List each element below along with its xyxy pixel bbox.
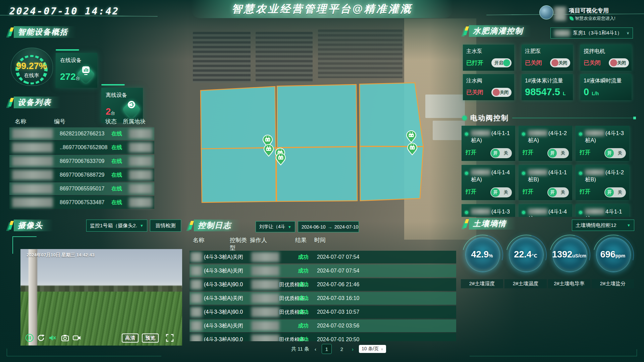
log-row[interactable]: (4斗3-3桩A) 关闭 成功 2024-07-07 07:54 [190,264,456,277]
valve-name: (4斗1-3 [491,208,510,215]
log-operator-redacted [251,321,279,331]
valve-toggle[interactable]: 开 关 [604,148,626,158]
camera-selector[interactable]: 监控1号箱（摄像头2... ▼ [86,220,147,232]
prev-page-button[interactable]: ‹ [315,346,316,352]
next-page-button[interactable]: › [352,346,354,352]
log-row[interactable]: (4斗3-3桩A) 关闭 成功 2024-07-07 07:54 [190,251,456,263]
mute-icon[interactable] [48,334,57,342]
hd-button[interactable]: 高清 [122,334,139,343]
section-title: 摄像头 [14,220,56,231]
log-result: 成功 [298,306,309,318]
camera-video[interactable]: 2024年07月10日 星期三 14:42:43 高清 预览 [20,249,182,346]
log-result: 成功 [298,333,309,341]
valve-open-knob[interactable]: 开 [491,188,500,197]
device-table: 名称 编号 状态 所属地块 862821062766213 在线 ..86977… [9,116,154,210]
pump-toggle[interactable]: 关闭 [550,58,570,67]
seedling-detect-button[interactable]: 苗情检测 [150,220,181,232]
valve-toggle[interactable]: 开 关 [490,148,512,158]
chevron-down-icon: ▼ [288,225,291,229]
pump-toggle[interactable]: 关闭 [609,58,629,67]
valve-card: (4斗1-2桩A) 打开 开 关 [519,126,572,161]
bullet-dot-icon [522,132,525,136]
record-icon[interactable] [72,334,81,342]
pump-label: 主水泵 [466,48,511,55]
seedling-detect-label: 苗情检测 [156,223,176,229]
fullscreen-icon[interactable] [165,334,174,342]
online-devices-card: 在线设备 272台 [56,53,97,88]
page-1-button[interactable]: 1 [322,344,332,354]
section-title: 设备列表 [14,97,65,108]
date-from: 2024-06-10 [302,224,326,230]
soil-cabinet-select[interactable]: 土壤墒情电控柜12 ▼ [572,220,634,231]
meter-unit: L [563,91,566,96]
pump-toggle[interactable]: 开启 [491,58,512,67]
pagination: 共 11 条 ‹ 1 2 › 10 条/页 ∨ [291,344,386,354]
field-parcel[interactable] [276,147,357,201]
pause-icon[interactable] [25,334,34,342]
log-operator-redacted [251,335,279,341]
valve-open-knob[interactable]: 开 [605,149,614,158]
valve-toggle[interactable]: 开 关 [604,187,626,197]
gauge-value: 42.9 [471,249,489,259]
table-row[interactable]: 869770065595017 在线 [9,182,154,195]
pump-toggle[interactable]: 关闭 [491,88,512,97]
operator-filter-select[interactable]: 刘学让（4斗3-3桩A） ▼ [256,221,295,232]
gauge-unit: ppm [615,253,626,258]
table-row[interactable]: 869770067633709 在线 [9,155,154,168]
log-rows: (4斗3-3桩A) 关闭 成功 2024-07-07 07:54 (4斗3-3桩… [190,251,456,341]
valve-close-label[interactable]: 关 [557,189,569,195]
section-device-summary: 智能设备概括 [9,26,82,38]
refresh-icon[interactable] [37,334,45,342]
log-name-redacted [190,280,202,290]
table-row[interactable]: 869770067533487 在线 [9,196,154,209]
field-parcel[interactable] [201,148,276,202]
date-range-picker[interactable]: 2024-06-10 → 2024-07-10 [298,221,359,232]
log-row[interactable]: (4斗3-3桩A) 关闭 成功 2024-07-02 03:56 [190,319,456,332]
valve-action: 打开 [466,149,476,156]
pump-label: 注肥泵 [525,48,570,55]
log-row[interactable]: (4斗3-3桩A) 90.0 田优质棉基... 成功 2024-07-01 20… [190,333,456,341]
chevron-down-icon: ∨ [627,31,629,35]
valve-open-knob[interactable]: 开 [605,188,614,197]
valve-close-label[interactable]: 关 [614,189,626,195]
field-parcel[interactable] [360,146,423,201]
valve-toggle[interactable]: 开 关 [490,187,512,197]
pump-house-select[interactable]: 泵房1（3斗1和4斗1） ∨ [550,27,633,39]
device-name-redacted [12,129,53,139]
log-name-redacted [190,266,202,276]
field-parcel[interactable] [277,84,357,147]
snapshot-icon[interactable] [61,334,69,342]
unit: 台 [111,111,115,116]
valve-close-label[interactable]: 关 [500,150,512,156]
log-row[interactable]: (4斗3-3桩A) 关闭 田优质棉基... 成功 2024-07-03 16:1… [190,292,456,305]
avatar[interactable] [539,5,553,19]
table-row[interactable]: 862821062766213 在线 [9,127,154,140]
toggle-label: 关闭 [617,60,626,66]
toggle-knob [493,89,500,96]
valve-name-redacted [528,169,547,175]
valve-toggle[interactable]: 开 关 [547,187,569,197]
device-id: 869770067688729 [60,172,104,178]
log-row[interactable]: (4斗3-3桩A) 90.0 田优质棉基... 成功 2024-07-06 21… [190,278,456,291]
valve-open-knob[interactable]: 开 [548,188,557,197]
valve-close-label[interactable]: 关 [557,150,569,156]
page-2-button[interactable]: 2 [337,344,346,354]
table-row[interactable]: 869770067688729 在线 [9,169,154,181]
preview-button[interactable]: 预览 [142,334,159,343]
toggle-label: 关闭 [558,60,567,66]
page-size-select[interactable]: 10 条/页 ∨ [359,345,386,353]
log-table-header: 名称 控制类型 操作人 结果 时间 [190,236,456,252]
pump-status: 已关闭 [584,59,601,67]
decor-corner [470,349,637,356]
log-operator-redacted [251,293,279,303]
log-row[interactable]: (4斗3-3桩A) 90.0 田优质棉基... 成功 2024-07-03 10… [190,306,456,318]
log-result: 成功 [298,278,309,291]
valve-open-knob[interactable]: 开 [548,149,557,158]
table-row[interactable]: ..869770067652808 在线 [9,141,154,154]
valve-toggle[interactable]: 开 关 [547,148,569,158]
decor-line [512,118,636,118]
valve-close-label[interactable]: 关 [500,189,512,195]
valve-open-knob[interactable]: 开 [491,149,500,158]
valve-close-label[interactable]: 关 [614,150,626,156]
pump-card-main: 主水泵 已打开 开启 [463,45,514,71]
